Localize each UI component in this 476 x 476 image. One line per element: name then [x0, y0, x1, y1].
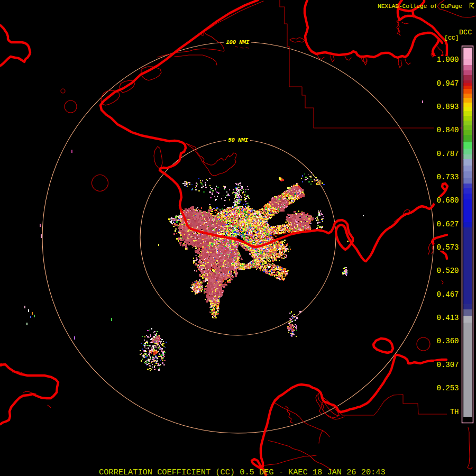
svg-text:0.840: 0.840 [436, 126, 459, 134]
svg-text:0.413: 0.413 [436, 314, 459, 322]
svg-text:1.000: 1.000 [436, 56, 459, 64]
svg-text:0.627: 0.627 [436, 220, 459, 228]
svg-text:NEXLAB-College of DuPage: NEXLAB-College of DuPage [378, 3, 462, 10]
svg-text:0.733: 0.733 [436, 173, 459, 181]
svg-text:100 NMI: 100 NMI [226, 39, 250, 45]
svg-text:0.573: 0.573 [436, 243, 459, 252]
svg-text:0.680: 0.680 [436, 196, 459, 205]
svg-text:0.787: 0.787 [436, 150, 459, 158]
svg-text:DCC: DCC [459, 29, 472, 36]
svg-text:0.307: 0.307 [436, 361, 459, 369]
svg-text:0.360: 0.360 [436, 337, 459, 345]
svg-text:0.467: 0.467 [436, 290, 459, 299]
svg-text:0.520: 0.520 [436, 267, 459, 275]
svg-text:TH: TH [450, 408, 459, 416]
svg-text:0.893: 0.893 [436, 103, 459, 111]
svg-text:0.947: 0.947 [436, 79, 459, 88]
svg-text:CORRELATION COEFFICIENT (CC) 0: CORRELATION COEFFICIENT (CC) 0.5 DEG - K… [99, 468, 386, 476]
svg-text:0.253: 0.253 [436, 384, 459, 392]
svg-text:[CC]: [CC] [444, 34, 459, 41]
svg-text:50 NMI: 50 NMI [228, 137, 249, 143]
